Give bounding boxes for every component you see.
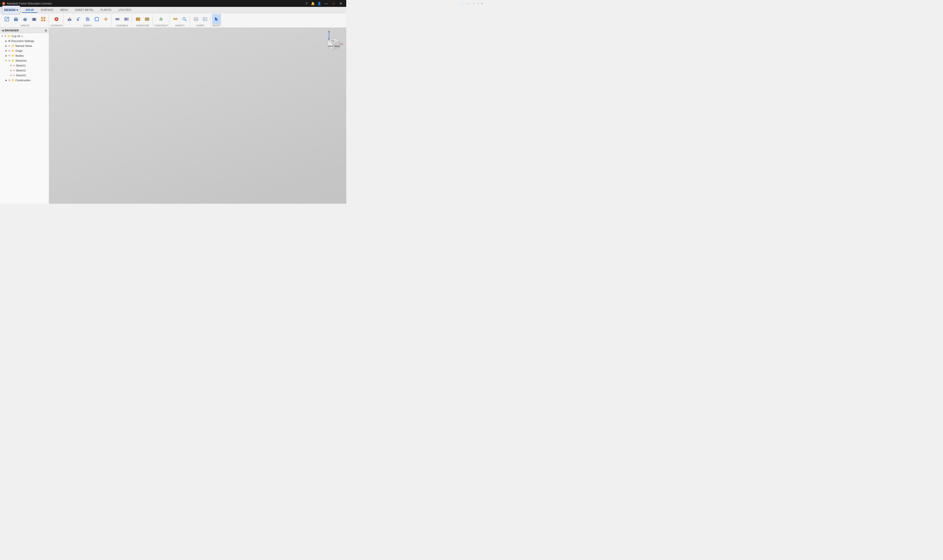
folder-icon-construction: 📁 <box>11 79 15 82</box>
toolbar: CREATE AUTOMATE <box>0 13 346 28</box>
tree-arrow-cup[interactable]: ▼ <box>1 35 3 37</box>
folder-icon-named-views: 📁 <box>11 45 15 48</box>
tab-mesh[interactable]: MESH <box>57 8 72 13</box>
eye-sketch3[interactable]: 👁 <box>10 74 12 77</box>
svg-rect-12 <box>44 17 45 18</box>
folder-icon-origin: 📁 <box>11 49 15 52</box>
svg-rect-6 <box>15 17 17 19</box>
inspect-label: INSPECT <box>175 24 185 27</box>
browser-collapse-icon[interactable]: ◀ <box>2 29 4 32</box>
tree-label-named-views: Named Views <box>15 45 32 48</box>
tab-sheetmetal[interactable]: SHEET METAL <box>71 8 97 13</box>
move-button[interactable] <box>102 14 110 24</box>
measure-button[interactable] <box>171 14 180 24</box>
svg-marker-18 <box>68 17 71 18</box>
tree-item-sketch3[interactable]: 👁 ✏ Sketch3 <box>0 73 49 78</box>
automate-button[interactable] <box>52 14 61 24</box>
tree-item-origin[interactable]: ▶ 👁 📁 Origin <box>0 48 49 53</box>
svg-point-24 <box>117 18 119 20</box>
extrude-button[interactable] <box>12 14 20 24</box>
svg-rect-17 <box>68 19 71 21</box>
tree-item-sketches[interactable]: ▼ 👁 📁 Sketches <box>0 58 49 63</box>
folder-icon-cup: 📁 <box>8 35 11 38</box>
svg-rect-11 <box>41 17 43 18</box>
revolve-button[interactable] <box>21 14 29 24</box>
tree-arrow-sketches[interactable]: ▼ <box>5 59 8 62</box>
tree-item-named-views[interactable]: ▶ 👁 📁 Named Views <box>0 43 49 48</box>
sketch-icon-1: ✏ <box>13 64 15 67</box>
joint-button[interactable] <box>113 14 122 24</box>
insert-canvas-button[interactable] <box>200 14 210 24</box>
eye-named-views[interactable]: 👁 <box>8 45 11 48</box>
tree-arrow-doc-settings[interactable]: ▶ <box>5 40 8 42</box>
hole-button[interactable] <box>30 14 39 24</box>
svg-point-23 <box>116 18 117 20</box>
configure-model-button[interactable] <box>134 14 142 24</box>
chamfer-button[interactable] <box>83 14 92 24</box>
configure-label: CONFIGURE <box>136 24 149 27</box>
app-title: Autodesk Fusion (Education License) <box>7 2 52 5</box>
inspect-group: INSPECT <box>170 14 190 26</box>
create-sketch-button[interactable] <box>3 14 11 24</box>
eye-sketch2[interactable]: 👁 <box>10 69 12 72</box>
tab-utilities[interactable]: UTILITIES <box>115 8 134 13</box>
tree-arrow-construction[interactable]: ▶ <box>5 79 8 82</box>
tree-label-sketch3: Sketch3 <box>16 74 26 77</box>
tab-bar: DESIGN ▾ SOLID SURFACE MESH SHEET METAL … <box>0 7 346 13</box>
select-button[interactable] <box>212 14 221 24</box>
fillet-button[interactable] <box>74 14 83 24</box>
tree-item-sketch2[interactable]: 👁 ✏ Sketch2 <box>0 68 49 73</box>
folder-icon-bodies: 📁 <box>11 54 15 57</box>
tab-solid[interactable]: SOLID <box>22 8 37 13</box>
browser-options-icon[interactable]: ⊕ <box>45 28 48 32</box>
gear-icon-doc-settings: ⚙ <box>8 40 11 43</box>
view-cube[interactable]: X Top FRONT RIGHT Z <box>322 32 341 57</box>
eye-bodies[interactable]: 👁 <box>8 54 11 57</box>
pattern-button[interactable] <box>39 14 48 24</box>
help-button[interactable]: ? <box>304 0 310 6</box>
shell-button[interactable] <box>92 14 101 24</box>
press-pull-button[interactable] <box>65 14 74 24</box>
main-area: ◀ BROWSER ⊕ ▼ 👁 📁 Cup v9 ● ▶ ⚙ Document … <box>0 28 346 204</box>
tree-label-bodies: Bodies <box>15 54 24 57</box>
svg-point-4 <box>8 18 8 18</box>
maximize-button[interactable]: □ <box>330 0 337 6</box>
close-button[interactable]: ✕ <box>337 0 344 6</box>
tab-plastic[interactable]: PLASTIC <box>97 8 115 13</box>
account-button[interactable]: 👤 <box>316 0 322 6</box>
tree-item-sketch1[interactable]: 👁 ✏ Sketch1 <box>0 63 49 68</box>
tree-arrow-named-views[interactable]: ▶ <box>5 45 8 47</box>
app-title-area: A Autodesk Fusion (Education License) <box>2 2 52 5</box>
eye-sketches[interactable]: 👁 <box>8 59 11 62</box>
eye-sketch1[interactable]: 👁 <box>10 64 12 67</box>
eye-origin[interactable]: 👁 <box>8 49 11 52</box>
tree-arrow-origin[interactable]: ▶ <box>5 49 8 52</box>
tree-item-cup[interactable]: ▼ 👁 📁 Cup v9 ● <box>0 34 49 38</box>
svg-marker-49 <box>215 17 218 21</box>
notification-button[interactable]: 🔔 <box>310 0 316 6</box>
tree-item-bodies[interactable]: ▶ 👁 📁 Bodies <box>0 53 49 58</box>
viewport[interactable]: X Top FRONT RIGHT Z ▾ <box>49 28 346 204</box>
svg-rect-19 <box>77 19 79 21</box>
eye-cup[interactable]: 👁 <box>4 35 7 37</box>
automate-group: AUTOMATE <box>49 14 63 26</box>
assemble-group: ASSEMBLE <box>112 14 132 26</box>
construct-group: CONSTRUCT <box>153 14 169 26</box>
configure-table-button[interactable] <box>143 14 151 24</box>
insert-svg-button[interactable]: SVG <box>191 14 200 24</box>
construct-button[interactable] <box>157 14 165 24</box>
eye-construction[interactable]: 👁 <box>8 79 11 82</box>
tree-label-sketch1: Sketch1 <box>16 64 26 67</box>
minimize-button[interactable]: — <box>323 0 330 6</box>
svg-rect-13 <box>41 20 43 21</box>
design-dropdown[interactable]: DESIGN ▾ <box>2 6 20 14</box>
tree-arrow-bodies[interactable]: ▶ <box>5 54 8 57</box>
tree-item-construction[interactable]: ▶ 👁 📁 Construction <box>0 78 49 83</box>
sketch-icon-2: ✏ <box>13 69 15 72</box>
tree-item-doc-settings[interactable]: ▶ ⚙ Document Settings <box>0 38 49 43</box>
tree-label-doc-settings: Document Settings <box>11 40 34 43</box>
rigid-group-button[interactable] <box>122 14 131 24</box>
inspect-button[interactable] <box>180 14 189 24</box>
tab-surface[interactable]: SURFACE <box>37 8 57 13</box>
svg-marker-22 <box>104 17 108 21</box>
